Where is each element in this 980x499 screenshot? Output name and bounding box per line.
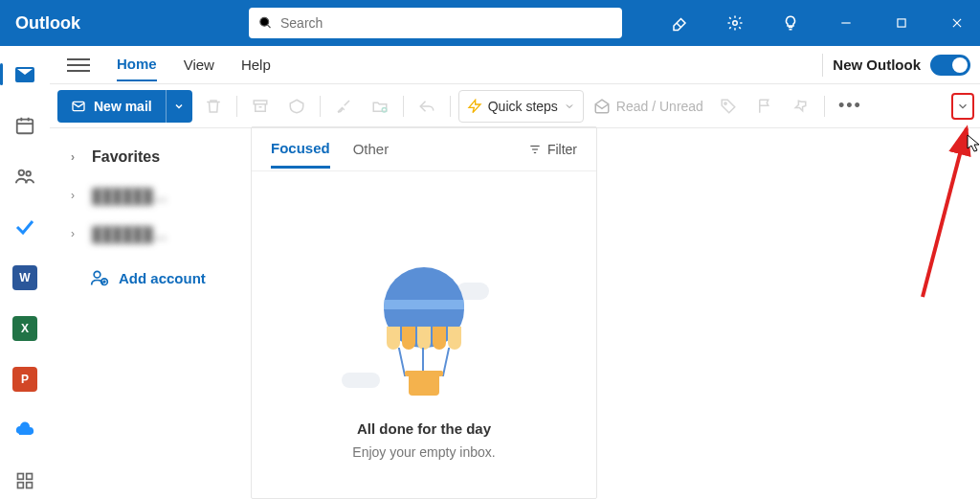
svg-point-12 [19,170,24,175]
hamburger-icon[interactable] [67,58,90,72]
divider [403,96,404,117]
rail-mail[interactable] [6,56,44,93]
new-mail-label: New mail [94,99,152,114]
quick-steps-label: Quick steps [488,99,558,114]
svg-point-21 [382,107,387,112]
filter-button[interactable]: Filter [528,142,577,157]
mail-icon [71,99,86,114]
more-button[interactable]: ••• [833,96,868,116]
tab-other[interactable]: Other [353,131,390,167]
rail-more-apps[interactable] [6,462,44,499]
onedrive-icon [13,419,36,442]
flag-button[interactable] [749,91,780,122]
tab-focused[interactable]: Focused [271,130,330,169]
new-mail-button[interactable]: New mail [57,90,166,123]
move-button[interactable] [365,91,395,122]
title-bar-right [660,4,980,42]
svg-rect-16 [18,482,24,488]
divider [824,96,825,117]
empty-subtitle: Enjoy your empty inbox. [352,444,495,460]
ribbon-collapse-button[interactable] [951,93,974,120]
archive-button[interactable] [245,91,276,122]
account-1[interactable]: › ██████… [71,176,241,215]
rail-onedrive[interactable] [6,411,44,448]
divider [320,96,321,117]
calendar-icon [14,115,35,136]
menu-view[interactable]: View [184,49,214,80]
tag-button[interactable] [713,91,744,122]
rail-todo[interactable] [6,208,44,245]
read-unread-button[interactable]: Read / Unread [590,98,707,115]
people-icon [14,166,35,187]
svg-rect-17 [27,482,33,488]
new-outlook-label: New Outlook [833,57,921,73]
settings-icon[interactable] [716,4,754,42]
svg-rect-14 [18,473,24,479]
toolbar: New mail Quick steps Read / Unread ••• [50,84,980,128]
person-add-icon [90,268,109,287]
svg-rect-5 [898,19,905,27]
message-list: Focused Other Filter All done for the da… [251,126,597,499]
filter-icon [528,143,542,156]
envelope-open-icon [593,98,611,115]
svg-marker-22 [469,100,480,112]
word-icon: W [12,265,37,290]
balloon-illustration [367,267,481,401]
erase-icon[interactable] [660,4,699,42]
main-area: › Favorites › ██████… › ██████… Add acco… [50,128,980,499]
lightning-icon [467,99,482,114]
add-account-label: Add account [119,270,206,286]
account-label: ██████… [92,226,167,242]
divider [236,96,237,117]
quick-steps-button[interactable]: Quick steps [458,90,584,123]
rail-word[interactable]: W [6,259,44,296]
new-mail-dropdown[interactable] [166,90,192,123]
mail-icon [13,63,36,86]
search-input[interactable] [280,15,612,31]
svg-line-2 [677,23,681,28]
new-mail-split-button[interactable]: New mail [57,90,192,123]
apps-grid-icon [15,471,34,490]
window-close[interactable] [938,4,976,42]
favorites-header[interactable]: › Favorites [71,138,241,176]
rail-people[interactable] [6,157,44,194]
window-minimize[interactable] [827,4,865,42]
report-button[interactable] [281,91,312,122]
chevron-right-icon: › [71,150,82,164]
menu-help[interactable]: Help [241,49,271,80]
reply-button[interactable] [412,91,442,122]
empty-state: All done for the day Enjoy your empty in… [252,171,596,498]
account-2[interactable]: › ██████… [71,215,241,253]
window-maximize[interactable] [882,4,921,42]
divider [450,96,451,117]
svg-point-0 [260,17,269,26]
delete-button[interactable] [198,91,229,122]
chevron-right-icon: › [71,189,82,202]
tips-icon[interactable] [771,4,810,42]
new-outlook-toggle[interactable] [930,55,970,76]
pin-button[interactable] [786,91,816,122]
chevron-down-icon [564,101,575,112]
svg-point-13 [26,170,31,175]
add-account-button[interactable]: Add account [90,268,241,287]
rail-powerpoint[interactable]: P [6,360,44,397]
account-label: ██████… [92,188,167,204]
app-name: Outlook [0,13,249,34]
svg-point-24 [94,271,100,278]
search-box[interactable] [249,8,622,38]
svg-rect-8 [17,119,33,133]
svg-point-23 [724,102,726,103]
powerpoint-icon: P [12,367,37,392]
filter-label: Filter [547,142,577,157]
svg-rect-19 [254,101,267,104]
svg-line-1 [267,25,270,28]
divider [822,54,823,77]
mouse-cursor [967,134,980,157]
sweep-button[interactable] [328,91,359,122]
rail-excel[interactable]: X [6,309,44,347]
check-icon [13,215,36,238]
empty-title: All done for the day [357,420,491,437]
menu-home[interactable]: Home [117,48,157,81]
rail-calendar[interactable] [6,106,44,144]
chevron-right-icon: › [71,227,82,240]
